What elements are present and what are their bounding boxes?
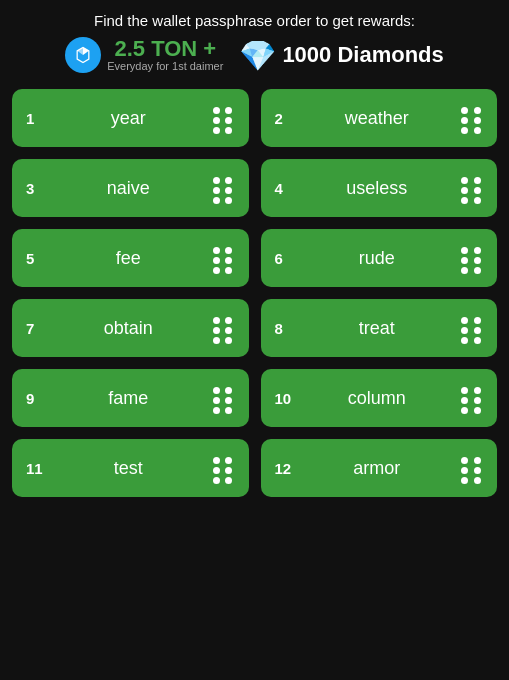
ton-icon xyxy=(65,37,101,73)
word-label: rude xyxy=(293,248,462,269)
word-label: fame xyxy=(44,388,213,409)
word-card-8[interactable]: 8treat xyxy=(261,299,498,357)
ton-badge: 2.5 TON + Everyday for 1st daimer xyxy=(65,37,223,73)
word-label: year xyxy=(44,108,213,129)
diamond-icon: 💎 xyxy=(239,38,276,73)
word-label: column xyxy=(293,388,462,409)
diamond-text: 1000 Diamonds xyxy=(282,42,443,68)
word-card-11[interactable]: 11test xyxy=(12,439,249,497)
word-label: treat xyxy=(293,318,462,339)
dice-icon xyxy=(213,247,235,269)
ton-amount: 2.5 TON + xyxy=(107,38,223,60)
word-card-3[interactable]: 3naive xyxy=(12,159,249,217)
word-number: 4 xyxy=(275,180,293,197)
word-card-7[interactable]: 7obtain xyxy=(12,299,249,357)
word-number: 11 xyxy=(26,460,44,477)
diamond-badge: 💎 1000 Diamonds xyxy=(239,38,443,73)
dice-icon xyxy=(213,387,235,409)
word-label: armor xyxy=(293,458,462,479)
word-label: obtain xyxy=(44,318,213,339)
dice-icon xyxy=(213,317,235,339)
word-card-4[interactable]: 4useless xyxy=(261,159,498,217)
word-number: 12 xyxy=(275,460,293,477)
word-card-5[interactable]: 5fee xyxy=(12,229,249,287)
word-number: 8 xyxy=(275,320,293,337)
word-number: 5 xyxy=(26,250,44,267)
dice-icon xyxy=(461,317,483,339)
word-card-12[interactable]: 12armor xyxy=(261,439,498,497)
word-card-1[interactable]: 1year xyxy=(12,89,249,147)
word-number: 10 xyxy=(275,390,293,407)
reward-row: 2.5 TON + Everyday for 1st daimer 💎 1000… xyxy=(12,37,497,73)
word-card-10[interactable]: 10column xyxy=(261,369,498,427)
dice-icon xyxy=(213,457,235,479)
dice-icon xyxy=(213,177,235,199)
dice-icon xyxy=(461,387,483,409)
word-label: fee xyxy=(44,248,213,269)
word-card-9[interactable]: 9fame xyxy=(12,369,249,427)
word-label: naive xyxy=(44,178,213,199)
dice-icon xyxy=(461,457,483,479)
header-title: Find the wallet passphrase order to get … xyxy=(12,12,497,29)
dice-icon xyxy=(213,107,235,129)
dice-icon xyxy=(461,177,483,199)
word-card-6[interactable]: 6rude xyxy=(261,229,498,287)
ton-sub: Everyday for 1st daimer xyxy=(107,60,223,72)
word-number: 1 xyxy=(26,110,44,127)
dice-icon xyxy=(461,247,483,269)
word-label: weather xyxy=(293,108,462,129)
dice-icon xyxy=(461,107,483,129)
header: Find the wallet passphrase order to get … xyxy=(12,12,497,73)
word-number: 7 xyxy=(26,320,44,337)
word-grid: 1year2weather3naive4useless5fee6rude7obt… xyxy=(12,89,497,497)
word-number: 9 xyxy=(26,390,44,407)
word-number: 2 xyxy=(275,110,293,127)
ton-text: 2.5 TON + Everyday for 1st daimer xyxy=(107,38,223,72)
word-number: 3 xyxy=(26,180,44,197)
word-label: test xyxy=(44,458,213,479)
word-number: 6 xyxy=(275,250,293,267)
word-label: useless xyxy=(293,178,462,199)
word-card-2[interactable]: 2weather xyxy=(261,89,498,147)
